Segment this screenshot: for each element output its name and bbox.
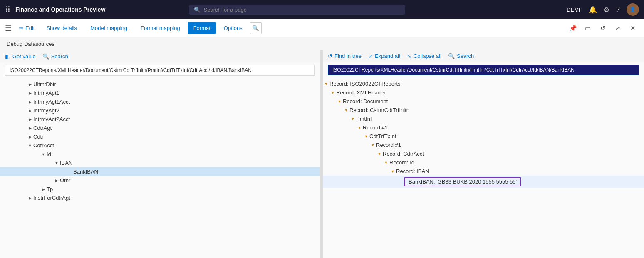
right-tree-item[interactable]: ▼ Record: IBAN bbox=[323, 167, 644, 176]
format-mapping-tab[interactable]: Format mapping bbox=[135, 22, 186, 34]
edit-icon: ✏ bbox=[19, 25, 24, 31]
grid-icon[interactable]: ⠿ bbox=[5, 5, 10, 14]
search-input[interactable] bbox=[204, 7, 400, 13]
tree-arrow: ▶ bbox=[27, 100, 33, 104]
tree-item[interactable]: ▼ CdtrAcct bbox=[0, 141, 320, 150]
find-in-tree-icon: ↺ bbox=[328, 53, 332, 59]
tree-item[interactable]: ▶ IntrmyAgt2 bbox=[0, 106, 320, 115]
get-value-button[interactable]: ◧ Get value bbox=[5, 53, 36, 60]
pin-icon-btn[interactable]: 📌 bbox=[567, 22, 579, 35]
tree-arrow: ▶ bbox=[27, 135, 33, 139]
right-tree-item-bank-iban[interactable]: BankIBAN: 'GB33 BUKB 2020 1555 5555 55' bbox=[323, 176, 644, 188]
tree-item[interactable]: ▶ CdtrAgt bbox=[0, 124, 320, 132]
close-icon-btn[interactable]: ✕ bbox=[627, 22, 639, 35]
tree-arrow: ▶ bbox=[40, 187, 47, 191]
help-icon[interactable]: ? bbox=[616, 6, 620, 13]
tree-arrow: ▶ bbox=[27, 126, 33, 130]
tree-arrow: ▼ bbox=[323, 82, 329, 86]
tree-arrow: ▶ bbox=[27, 117, 33, 122]
tree-item[interactable]: ▶ IntrmyAgt1 bbox=[0, 89, 320, 97]
right-tree-item[interactable]: ▼ PmtInf bbox=[323, 114, 644, 123]
expand-icon-btn[interactable]: ⤢ bbox=[612, 22, 624, 35]
left-pane-toolbar: ◧ Get value 🔍 Search bbox=[0, 50, 320, 62]
left-tree-area[interactable]: ▶ UltmtDbtr ▶ IntrmyAgt1 ▶ IntrmyAgt1Acc… bbox=[0, 78, 320, 258]
show-details-tab[interactable]: Show details bbox=[40, 22, 83, 34]
tree-arrow: ▼ bbox=[389, 169, 396, 174]
collapse-all-button[interactable]: ⤡ Collapse all bbox=[407, 53, 441, 59]
toolbar-search-button[interactable]: 🔍 bbox=[250, 22, 262, 34]
tree-arrow: ▼ bbox=[349, 117, 356, 121]
refresh-icon-btn[interactable]: ↺ bbox=[597, 22, 609, 35]
left-pane: ◧ Get value 🔍 Search ▶ UltmtDbtr ▶ bbox=[0, 50, 320, 258]
tree-item[interactable]: ▼ IBAN bbox=[0, 159, 320, 167]
left-search-button[interactable]: 🔍 Search bbox=[42, 53, 68, 60]
right-tree-item[interactable]: ▼ Record #1 bbox=[323, 141, 644, 149]
tree-arrow: ▶ bbox=[27, 82, 33, 87]
options-tab[interactable]: Options bbox=[218, 22, 248, 34]
avatar[interactable]: 👤 bbox=[627, 3, 639, 16]
tree-arrow: ▶ bbox=[53, 179, 60, 183]
tree-arrow: ▼ bbox=[53, 161, 60, 165]
get-value-icon: ◧ bbox=[5, 53, 10, 60]
top-nav: ⠿ Finance and Operations Preview 🔍 DEMF … bbox=[0, 0, 644, 19]
search-icon: 🔍 bbox=[194, 7, 201, 13]
main-content: Debug Datasources ◧ Get value 🔍 Search ▶ bbox=[0, 37, 644, 258]
tree-arrow: ▼ bbox=[369, 143, 376, 147]
right-pane: ↺ Find in tree ⤢ Expand all ⤡ Collapse a… bbox=[323, 50, 644, 258]
right-tree-item[interactable]: ▼ Record #1 bbox=[323, 123, 644, 132]
right-tree-item[interactable]: ▼ Record: CdtrAcct bbox=[323, 149, 644, 158]
tree-item[interactable]: ▶ IntrmyAgt1Acct bbox=[0, 97, 320, 106]
tree-arrow: ▶ bbox=[27, 91, 33, 95]
tree-arrow: ▼ bbox=[356, 126, 363, 130]
tree-arrow: ▶ bbox=[27, 109, 33, 113]
right-tree-item[interactable]: ▼ CdtTrfTxInf bbox=[323, 132, 644, 141]
user-name: DEMF bbox=[567, 7, 582, 13]
bell-icon[interactable]: 🔔 bbox=[589, 6, 597, 14]
left-path-input[interactable] bbox=[5, 65, 315, 76]
tree-arrow: ▼ bbox=[336, 99, 343, 104]
value-highlight: BankIBAN: 'GB33 BUKB 2020 1555 5555 55' bbox=[404, 177, 521, 186]
settings-icon[interactable]: ⚙ bbox=[604, 6, 609, 14]
tree-item[interactable]: ▶ Othr bbox=[0, 176, 320, 185]
global-search[interactable]: 🔍 bbox=[189, 5, 405, 15]
right-tree-item[interactable]: ▼ Record: Document bbox=[323, 97, 644, 106]
find-in-tree-button[interactable]: ↺ Find in tree bbox=[328, 53, 362, 59]
collapse-all-icon: ⤡ bbox=[407, 53, 411, 59]
right-tree-item[interactable]: ▼ Record: XMLHeader bbox=[323, 88, 644, 97]
tree-item[interactable]: ▶ Tp bbox=[0, 185, 320, 194]
sidebar-icon-btn[interactable]: ▭ bbox=[582, 22, 594, 35]
search-icon-right: 🔍 bbox=[448, 53, 455, 59]
right-tree-item[interactable]: ▼ Record: CstmrCdtTrfInitn bbox=[323, 106, 644, 114]
expand-all-button[interactable]: ⤢ Expand all bbox=[368, 53, 400, 59]
right-pane-toolbar: ↺ Find in tree ⤢ Expand all ⤡ Collapse a… bbox=[323, 50, 644, 62]
tree-item-bank-iban[interactable]: BankIBAN bbox=[0, 167, 320, 176]
split-panes: ◧ Get value 🔍 Search ▶ UltmtDbtr ▶ bbox=[0, 50, 644, 258]
right-tree-item[interactable]: ▼ Record: Id bbox=[323, 158, 644, 167]
hamburger-icon[interactable]: ☰ bbox=[5, 24, 12, 33]
edit-button[interactable]: ✏ Edit bbox=[15, 22, 39, 34]
tree-item[interactable]: ▼ Id bbox=[0, 150, 320, 159]
tree-arrow: ▼ bbox=[343, 108, 349, 112]
tree-item[interactable]: ▶ InstrForCdtrAgt bbox=[0, 194, 320, 202]
tree-arrow: ▼ bbox=[40, 152, 47, 156]
tree-arrow: ▶ bbox=[27, 196, 33, 200]
right-search-button[interactable]: 🔍 Search bbox=[448, 53, 474, 59]
tree-item[interactable]: ▶ IntrmyAgt2Acct bbox=[0, 115, 320, 124]
secondary-toolbar: ☰ ✏ Edit Show details Model mapping Form… bbox=[0, 19, 644, 37]
tree-arrow: ▼ bbox=[27, 144, 33, 148]
toolbar-right-actions: 📌 ▭ ↺ ⤢ ✕ bbox=[567, 22, 639, 35]
app-title: Finance and Operations Preview bbox=[15, 6, 105, 13]
right-path-input[interactable] bbox=[328, 64, 639, 75]
tree-item[interactable]: ▶ Cdtr bbox=[0, 132, 320, 141]
tree-arrow: ▼ bbox=[376, 152, 383, 156]
debug-header: Debug Datasources bbox=[0, 37, 644, 50]
search-icon-left: 🔍 bbox=[42, 53, 49, 60]
tree-item[interactable]: ▶ UltmtDbtr bbox=[0, 80, 320, 89]
right-tree-area[interactable]: ▼ Record: ISO20022CTReports ▼ Record: XM… bbox=[323, 78, 644, 258]
tree-arrow: ▼ bbox=[329, 91, 336, 95]
model-mapping-tab[interactable]: Model mapping bbox=[84, 22, 133, 34]
expand-all-icon: ⤢ bbox=[368, 53, 373, 59]
right-tree-item[interactable]: ▼ Record: ISO20022CTReports bbox=[323, 79, 644, 88]
tree-arrow: ▼ bbox=[383, 161, 389, 165]
format-tab[interactable]: Format bbox=[188, 22, 216, 34]
